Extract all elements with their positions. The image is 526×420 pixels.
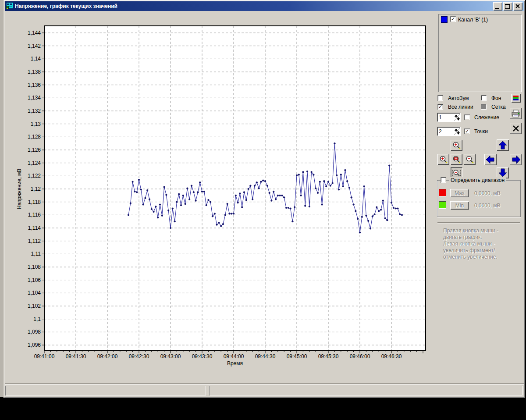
svg-text:1,104: 1,104	[28, 290, 41, 296]
sidebar-divider	[437, 222, 520, 224]
zoom-in-x-button[interactable]	[437, 154, 449, 165]
line-width-spinner[interactable]: 1	[437, 113, 461, 122]
points-label: Точки	[474, 128, 488, 135]
min-button[interactable]: Min	[450, 201, 469, 210]
svg-text:1,142: 1,142	[28, 43, 41, 49]
spin-arrows-icon[interactable]	[454, 113, 461, 121]
close-button[interactable]	[513, 2, 522, 11]
svg-text:1,12: 1,12	[31, 186, 41, 192]
maximize-icon	[505, 4, 510, 9]
svg-text:1,102: 1,102	[28, 303, 41, 309]
spin-arrows-icon[interactable]	[454, 127, 461, 135]
range-checkbox[interactable]	[441, 177, 446, 183]
svg-text:1,122: 1,122	[28, 173, 41, 179]
max-button[interactable]: Max	[450, 189, 469, 197]
svg-text:1,132: 1,132	[28, 108, 41, 114]
svg-text:Время: Время	[227, 360, 243, 367]
tracking-checkbox[interactable]	[464, 114, 470, 120]
zoom-out-button[interactable]	[464, 154, 476, 165]
svg-text:1,134: 1,134	[28, 95, 41, 101]
range-groupbox	[437, 180, 521, 217]
legend-panel: ✓ Канал 'В' (1)	[438, 14, 522, 92]
svg-text:09:44:30: 09:44:30	[255, 353, 276, 359]
grid-color-swatch[interactable]	[481, 104, 487, 110]
svg-text:1,136: 1,136	[28, 82, 41, 88]
svg-text:1,106: 1,106	[28, 277, 41, 283]
points-checkbox[interactable]: ✓	[464, 128, 470, 134]
spinner2-value: 2	[439, 128, 454, 135]
svg-text:1,11: 1,11	[31, 251, 41, 257]
legend-item[interactable]: ✓ Канал 'В' (1)	[441, 16, 520, 23]
svg-text:Напряжение, мВ: Напряжение, мВ	[16, 169, 22, 210]
close-icon	[513, 2, 522, 11]
max-value: 0,0000, мВ	[474, 190, 501, 196]
pan-up-button[interactable]	[497, 139, 509, 151]
svg-text:1,144: 1,144	[28, 30, 41, 36]
svg-text:1,14: 1,14	[31, 56, 41, 62]
background-checkbox[interactable]	[481, 95, 487, 101]
arrow-left-icon	[484, 154, 497, 165]
series-color-swatch	[441, 16, 448, 23]
svg-text:09:44:00: 09:44:00	[224, 353, 244, 359]
status-panel-2	[210, 386, 522, 395]
window-title: Напряжение, график текущих значений	[13, 3, 492, 9]
arrow-right-icon	[510, 154, 522, 165]
tracking-label: Слежение	[474, 114, 499, 121]
svg-text:09:46:30: 09:46:30	[381, 353, 402, 359]
spinner1-value: 1	[439, 114, 454, 121]
statusbar-divider	[5, 383, 524, 385]
svg-text:09:45:30: 09:45:30	[318, 353, 339, 359]
minimize-button[interactable]	[493, 2, 502, 11]
range-label: Определить диапазон	[449, 177, 506, 183]
min-color-swatch	[439, 201, 446, 209]
series-label: Канал 'В' (1)	[458, 17, 488, 23]
max-color-swatch	[439, 189, 446, 196]
svg-text:1,098: 1,098	[28, 329, 41, 335]
arrow-up-icon	[497, 139, 509, 151]
pan-left-button[interactable]	[484, 154, 497, 165]
svg-text:09:42:00: 09:42:00	[97, 353, 118, 359]
svg-text:09:42:30: 09:42:30	[129, 353, 149, 359]
zoom-in-y-button[interactable]	[451, 140, 462, 151]
zoom-in-icon	[452, 141, 461, 150]
zoom-reset-button[interactable]	[451, 154, 462, 165]
close-chart-button[interactable]	[510, 123, 522, 134]
grid-label: Сетка	[491, 104, 506, 110]
print-button[interactable]	[510, 108, 522, 119]
svg-text:1,108: 1,108	[28, 264, 41, 270]
svg-text:1,128: 1,128	[28, 134, 41, 140]
x-icon	[512, 125, 520, 132]
sidebar: ✓ Канал 'В' (1) АвтоЗум Фон ✓ Все линии …	[436, 11, 524, 383]
chart[interactable]: 1,1441,1421,141,1381,1361,1341,1321,131,…	[4, 11, 436, 384]
autozoom-label: АвтоЗум	[448, 95, 469, 101]
svg-text:1,138: 1,138	[28, 69, 41, 75]
svg-text:1,112: 1,112	[28, 238, 41, 244]
svg-text:1,126: 1,126	[28, 147, 41, 153]
pan-right-button[interactable]	[510, 154, 522, 165]
app-window: Напряжение, график текущих значений 1,14…	[4, 0, 525, 398]
app-icon	[6, 3, 13, 10]
svg-text:09:41:30: 09:41:30	[66, 353, 86, 359]
svg-text:09:43:00: 09:43:00	[160, 353, 181, 359]
svg-text:09:43:30: 09:43:30	[192, 353, 213, 359]
svg-text:09:46:00: 09:46:00	[350, 353, 370, 359]
screen: { "window": { "title": "Напряжение, граф…	[0, 0, 526, 420]
palette-button[interactable]	[511, 94, 521, 103]
mouse-help-text: Правая кнопка мыши - двигать график. Лев…	[443, 228, 520, 260]
background-label: Фон	[491, 95, 501, 101]
svg-text:1,124: 1,124	[28, 160, 41, 166]
autozoom-checkbox[interactable]	[437, 95, 443, 101]
series-visible-checkbox[interactable]: ✓	[450, 16, 456, 22]
svg-text:1,1: 1,1	[33, 316, 41, 322]
title-bar[interactable]: Напряжение, график текущих значений	[5, 1, 524, 11]
svg-text:1,114: 1,114	[28, 225, 41, 231]
maximize-button[interactable]	[503, 2, 512, 11]
minimize-icon	[495, 8, 499, 9]
svg-text:1,096: 1,096	[28, 342, 41, 348]
marker-size-spinner[interactable]: 2	[437, 127, 461, 136]
printer-icon	[511, 110, 520, 118]
all-lines-checkbox[interactable]: ✓	[437, 104, 443, 110]
zoom-in-icon	[439, 155, 448, 164]
zoom-reset-icon	[452, 155, 461, 164]
min-value: 0,0000, мВ	[474, 203, 501, 209]
